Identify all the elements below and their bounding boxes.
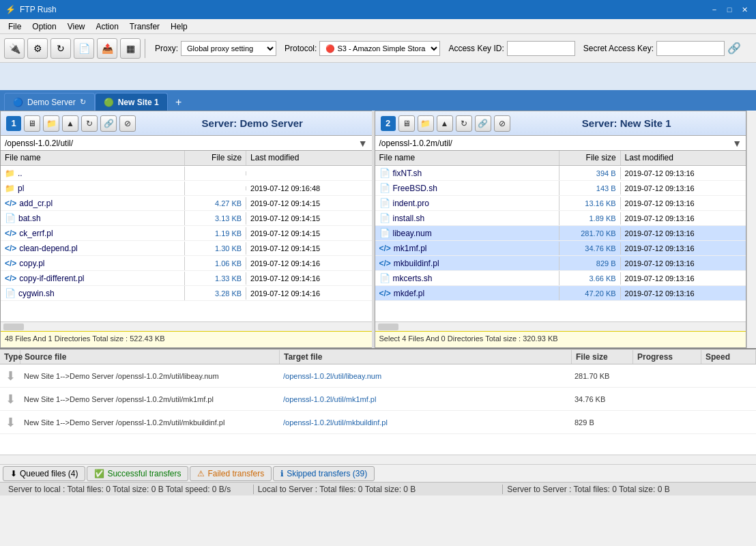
- pane1-col-modified[interactable]: Last modified: [246, 151, 371, 165]
- pane2-col-size[interactable]: File size: [559, 151, 621, 165]
- file-modified: 2019-07-12 09:13:16: [621, 227, 746, 240]
- sh-file-icon: 📄: [5, 213, 16, 223]
- link-button[interactable]: 🔗: [727, 42, 741, 55]
- folder-icon: 📁: [5, 184, 15, 193]
- pane1-path-dropdown[interactable]: ▼: [358, 138, 368, 149]
- table-row[interactable]: </> mkdef.pl 47.20 KB 2019-07-12 09:13:1…: [375, 286, 746, 301]
- table-row[interactable]: 📁 ..: [1, 166, 372, 181]
- pane1-col-size[interactable]: File size: [185, 151, 246, 165]
- table-row[interactable]: 📄 cygwin.sh 3.28 KB 2019-07-12 09:14:16: [1, 286, 372, 301]
- table-row[interactable]: </> mk1mf.pl 34.76 KB 2019-07-12 09:13:1…: [375, 241, 746, 256]
- tab-refresh-0[interactable]: ↻: [80, 98, 86, 106]
- menu-help[interactable]: Help: [165, 20, 193, 33]
- transfer-row[interactable]: ⬇ New Site 1-->Demo Server /openssl-1.0.…: [0, 388, 756, 411]
- pane2-desktop-btn[interactable]: 🖥: [398, 115, 415, 132]
- table-row[interactable]: 📄 mkcerts.sh 3.66 KB 2019-07-12 09:13:16: [375, 271, 746, 286]
- table-row[interactable]: 📄 libeay.num 281.70 KB 2019-07-12 09:13:…: [375, 226, 746, 241]
- table-row[interactable]: 📁 pl 2019-07-12 09:16:48: [1, 181, 372, 196]
- tab-new-site-1[interactable]: 🟢 New Site 1: [95, 93, 168, 111]
- file-size: 394 B: [559, 167, 621, 179]
- table-row[interactable]: </> clean-depend.pl 1.30 KB 2019-07-12 0…: [1, 241, 372, 256]
- pane1-up-btn[interactable]: ▲: [62, 115, 78, 132]
- tab-demo-server[interactable]: 🔵 Demo Server ↻: [4, 93, 95, 111]
- sh-file-icon: 📄: [5, 288, 16, 298]
- terminal-button[interactable]: ▦: [120, 38, 141, 59]
- pane1-col-name[interactable]: File name: [1, 151, 185, 165]
- maximize-button[interactable]: □: [723, 3, 736, 16]
- transfer-section: Type Source file Target file File size P…: [0, 348, 756, 464]
- file-name: </> mk1mf.pl: [375, 242, 559, 255]
- pane2-path-dropdown[interactable]: ▼: [732, 138, 742, 149]
- transfer-h-scrollbar[interactable]: [0, 455, 756, 464]
- proxy-select[interactable]: Global proxy setting: [181, 41, 276, 56]
- file-size: 34.76 KB: [559, 242, 621, 255]
- table-row[interactable]: </> copy.pl 1.06 KB 2019-07-12 09:14:16: [1, 256, 372, 271]
- bottom-tabs: ⬇ Queued files (4) ✅ Successful transfer…: [0, 464, 756, 482]
- pane1-refresh-btn[interactable]: ↻: [81, 115, 98, 132]
- pane2-path-bar[interactable]: /openssl-1.0.2m/util/ ▼: [375, 136, 746, 151]
- refresh-button[interactable]: ↻: [50, 38, 71, 59]
- menu-view[interactable]: View: [62, 20, 91, 33]
- sh-file-icon: 📄: [379, 168, 390, 178]
- connect-button[interactable]: 🔌: [4, 38, 25, 59]
- upload-button[interactable]: 📤: [97, 38, 117, 59]
- transfer-col-source: Source file: [20, 350, 280, 364]
- file-name: </> add_cr.pl: [1, 197, 185, 210]
- pane2-up-btn[interactable]: ▲: [437, 115, 453, 132]
- table-row[interactable]: </> mkbuildinf.pl 829 B 2019-07-12 09:13…: [375, 256, 746, 271]
- pane2-folder-btn[interactable]: 📁: [418, 115, 434, 132]
- settings-button[interactable]: ⚙: [27, 38, 48, 59]
- tab-skipped[interactable]: ℹ Skipped transfers (39): [273, 466, 375, 481]
- menu-option[interactable]: Option: [27, 20, 61, 33]
- secret-key-input[interactable]: [656, 41, 725, 56]
- transfer-row[interactable]: ⬇ New Site 1-->Demo Server /openssl-1.0.…: [0, 411, 756, 434]
- table-row[interactable]: </> add_cr.pl 4.27 KB 2019-07-12 09:14:1…: [1, 196, 372, 211]
- pane1-h-scrollbar[interactable]: [1, 321, 372, 331]
- pane2-refresh-btn[interactable]: ↻: [456, 115, 472, 132]
- pane2-col-modified[interactable]: Last modified: [621, 151, 746, 165]
- close-button[interactable]: ✕: [738, 3, 751, 16]
- minimize-button[interactable]: −: [708, 3, 721, 16]
- table-row[interactable]: 📄 FreeBSD.sh 143 B 2019-07-12 09:13:16: [375, 181, 746, 196]
- tab-failed[interactable]: ⚠ Failed transfers: [190, 466, 272, 481]
- menu-action[interactable]: Action: [91, 20, 124, 33]
- tabs-bar: 🔵 Demo Server ↻ 🟢 New Site 1 +: [0, 90, 756, 111]
- pane2-status: Select 4 Files And 0 Directories Total s…: [375, 331, 746, 347]
- protocol-select[interactable]: 🔴 S3 - Amazon Simple Stora: [319, 41, 440, 56]
- pane1-block-btn[interactable]: ⊘: [119, 115, 136, 132]
- table-row[interactable]: 📄 fixNT.sh 394 B 2019-07-12 09:13:16: [375, 166, 746, 181]
- pane2-col-name[interactable]: File name: [375, 151, 559, 165]
- pane1-title: Server: Demo Server: [139, 117, 366, 129]
- pl-file-icon: </>: [379, 259, 391, 268]
- access-key-input[interactable]: [507, 41, 575, 56]
- transfer-row[interactable]: ⬇ New Site 1-->Demo Server /openssl-1.0.…: [0, 364, 756, 388]
- pane2-link-btn[interactable]: 🔗: [475, 115, 491, 132]
- pane1-folder-btn[interactable]: 📁: [43, 115, 59, 132]
- file-size: 281.70 KB: [559, 227, 621, 240]
- transfer-size: 281.70 KB: [572, 372, 633, 380]
- pane2-title: Server: New Site 1: [513, 117, 741, 129]
- pane2-block-btn[interactable]: ⊘: [494, 115, 510, 132]
- tab-queued[interactable]: ⬇ Queued files (4): [3, 466, 85, 481]
- pro-file-icon: 📄: [379, 198, 390, 208]
- table-row[interactable]: </> ck_errf.pl 1.19 KB 2019-07-12 09:14:…: [1, 226, 372, 241]
- table-row[interactable]: 📄 install.sh 1.89 KB 2019-07-12 09:13:16: [375, 211, 746, 226]
- tab-successful[interactable]: ✅ Successful transfers: [87, 466, 188, 481]
- info-icon: ℹ: [280, 469, 284, 478]
- pane2-h-scrollbar[interactable]: [375, 321, 746, 331]
- pane2-table-header: File name File size Last modified: [375, 151, 746, 166]
- app-title: ⚡ FTP Rush: [5, 5, 57, 14]
- menu-file[interactable]: File: [3, 20, 27, 33]
- new-file-button[interactable]: 📄: [74, 38, 94, 59]
- add-tab-button[interactable]: +: [171, 94, 187, 111]
- main-right-scrollbar[interactable]: [746, 111, 756, 348]
- file-size: 13.16 KB: [559, 197, 621, 210]
- pane1-desktop-btn[interactable]: 🖥: [24, 115, 40, 132]
- pane1-link-btn[interactable]: 🔗: [100, 115, 117, 132]
- pane1-path-bar[interactable]: /openssl-1.0.2l/util/ ▼: [1, 136, 372, 151]
- table-row[interactable]: </> copy-if-different.pl 1.33 KB 2019-07…: [1, 271, 372, 286]
- table-row[interactable]: 📄 bat.sh 3.13 KB 2019-07-12 09:14:15: [1, 211, 372, 226]
- table-row[interactable]: 📄 indent.pro 13.16 KB 2019-07-12 09:13:1…: [375, 196, 746, 211]
- menu-transfer[interactable]: Transfer: [124, 20, 165, 33]
- window-controls[interactable]: − □ ✕: [708, 3, 751, 16]
